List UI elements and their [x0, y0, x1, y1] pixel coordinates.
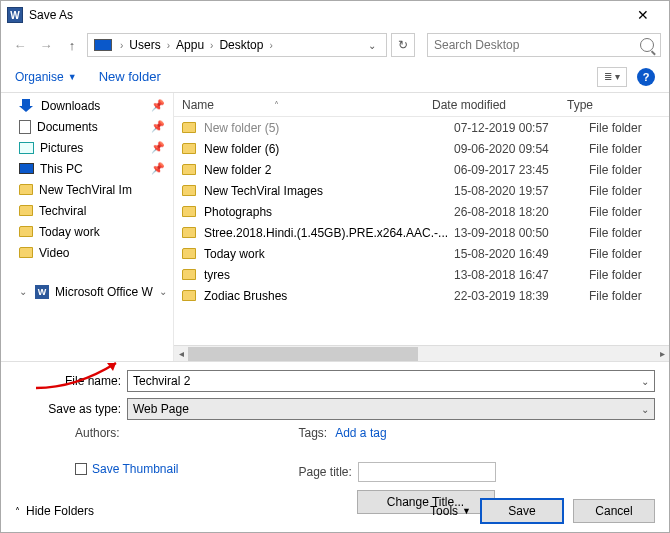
chevron-right-icon[interactable]: › [118, 40, 125, 51]
address-dropdown-icon[interactable]: ⌄ [364, 40, 380, 51]
folder-icon [182, 206, 196, 217]
title-bar: W Save As ✕ [1, 1, 669, 29]
chevron-right-icon[interactable]: › [208, 40, 215, 51]
search-box[interactable] [427, 33, 661, 57]
nav-bar: ← → ↑ › Users › Appu › Desktop › ⌄ ↻ [1, 29, 669, 61]
downloads-icon [19, 99, 35, 113]
cancel-button[interactable]: Cancel [573, 499, 655, 523]
file-name: Stree.2018.Hindi.(1.45GB).PRE.x264.AAC.-… [204, 226, 454, 240]
scroll-right-icon[interactable]: ▸ [655, 347, 669, 361]
folder-icon [182, 164, 196, 175]
column-name[interactable]: Name˄ [182, 98, 432, 112]
chevron-right-icon[interactable]: › [267, 40, 274, 51]
file-row[interactable]: tyres13-08-2018 16:47File folder [174, 264, 669, 285]
folder-icon [182, 122, 196, 133]
file-type: File folder [589, 163, 669, 177]
view-options-button[interactable]: ≣ ▾ [597, 67, 627, 87]
folder-icon [19, 226, 33, 237]
hide-folders-button[interactable]: ˄ Hide Folders [15, 504, 94, 518]
column-headers: Name˄ Date modified Type [174, 93, 669, 117]
chevron-down-icon[interactable]: ⌄ [19, 286, 29, 297]
hide-folders-label: Hide Folders [26, 504, 94, 518]
tree-item[interactable]: New TechViral Im [1, 179, 173, 200]
up-button[interactable]: ↑ [61, 34, 83, 56]
file-row[interactable]: New TechViral Images15-08-2020 19:57File… [174, 180, 669, 201]
breadcrumb[interactable]: Users [129, 38, 160, 52]
file-name: Zodiac Brushes [204, 289, 454, 303]
horizontal-scrollbar[interactable]: ◂ ▸ [174, 345, 669, 361]
breadcrumb[interactable]: Desktop [219, 38, 263, 52]
close-button[interactable]: ✕ [623, 7, 663, 23]
folder-icon [182, 227, 196, 238]
chevron-down-icon[interactable]: ⌄ [641, 376, 649, 387]
save-button[interactable]: Save [481, 499, 563, 523]
folder-icon [182, 185, 196, 196]
column-date[interactable]: Date modified [432, 98, 567, 112]
add-tag-link[interactable]: Add a tag [335, 426, 386, 440]
tree-item-thispc[interactable]: This PC 📌 [1, 158, 173, 179]
file-row[interactable]: New folder 206-09-2017 23:45File folder [174, 159, 669, 180]
tree-label: This PC [40, 162, 83, 176]
scroll-left-icon[interactable]: ◂ [174, 347, 188, 361]
chevron-down-icon: ▼ [68, 72, 77, 82]
file-row[interactable]: New folder (5)07-12-2019 00:57File folde… [174, 117, 669, 138]
filename-input[interactable]: Techviral 2 ⌄ [127, 370, 655, 392]
tree-label: Pictures [40, 141, 83, 155]
word-icon: W [35, 285, 49, 299]
savetype-dropdown[interactable]: Web Page ⌄ [127, 398, 655, 420]
tools-label: Tools [430, 504, 458, 518]
search-input[interactable] [434, 38, 640, 52]
chevron-right-icon[interactable]: › [165, 40, 172, 51]
file-date: 06-09-2017 23:45 [454, 163, 589, 177]
refresh-button[interactable]: ↻ [391, 33, 415, 57]
file-date: 13-08-2018 16:47 [454, 268, 589, 282]
page-title-input[interactable] [358, 462, 496, 482]
tree-label: New TechViral Im [39, 183, 132, 197]
file-row[interactable]: Photographs26-08-2018 18:20File folder [174, 201, 669, 222]
folder-icon [19, 247, 33, 258]
file-date: 15-08-2020 19:57 [454, 184, 589, 198]
authors-label[interactable]: Authors: [75, 426, 179, 440]
file-type: File folder [589, 247, 669, 261]
tree-item[interactable]: Techviral [1, 200, 173, 221]
bottom-bar: ˄ Hide Folders Tools ▼ Save Cancel [1, 490, 669, 532]
tree-item-pictures[interactable]: Pictures 📌 [1, 137, 173, 158]
back-button[interactable]: ← [9, 34, 31, 56]
file-date: 13-09-2018 00:50 [454, 226, 589, 240]
file-type: File folder [589, 289, 669, 303]
save-thumbnail-checkbox[interactable]: Save Thumbnail [75, 462, 179, 476]
file-type: File folder [589, 226, 669, 240]
address-bar[interactable]: › Users › Appu › Desktop › ⌄ [87, 33, 387, 57]
new-folder-button[interactable]: New folder [99, 69, 161, 84]
tree-label: Today work [39, 225, 100, 239]
window-title: Save As [29, 8, 623, 22]
file-type: File folder [589, 184, 669, 198]
chevron-down-icon[interactable]: ⌄ [641, 404, 649, 415]
organise-button[interactable]: Organise ▼ [15, 70, 77, 84]
file-row[interactable]: Stree.2018.Hindi.(1.45GB).PRE.x264.AAC.-… [174, 222, 669, 243]
pin-icon: 📌 [151, 141, 173, 154]
tree-item-word[interactable]: ⌄ W Microsoft Office W ⌄ [1, 281, 173, 302]
file-row[interactable]: New folder (6)09-06-2020 09:54File folde… [174, 138, 669, 159]
pin-icon: 📌 [151, 162, 173, 175]
file-name: New folder (6) [204, 142, 454, 156]
file-date: 22-03-2019 18:39 [454, 289, 589, 303]
help-button[interactable]: ? [637, 68, 655, 86]
tree-item-documents[interactable]: Documents 📌 [1, 116, 173, 137]
sort-asc-icon: ˄ [274, 100, 279, 111]
folder-icon [19, 184, 33, 195]
tree-item[interactable]: Today work [1, 221, 173, 242]
column-type[interactable]: Type [567, 98, 669, 112]
file-row[interactable]: Today work15-08-2020 16:49File folder [174, 243, 669, 264]
breadcrumb[interactable]: Appu [176, 38, 204, 52]
chevron-down-icon[interactable]: ⌄ [159, 286, 173, 297]
tree-item[interactable]: Video [1, 242, 173, 263]
scroll-thumb[interactable] [188, 347, 418, 361]
forward-button: → [35, 34, 57, 56]
checkbox-icon [75, 463, 87, 475]
file-row[interactable]: Zodiac Brushes22-03-2019 18:39File folde… [174, 285, 669, 306]
thispc-icon [19, 163, 34, 174]
tools-dropdown[interactable]: Tools ▼ [430, 504, 471, 518]
folder-icon [19, 205, 33, 216]
tree-item-downloads[interactable]: Downloads 📌 [1, 95, 173, 116]
